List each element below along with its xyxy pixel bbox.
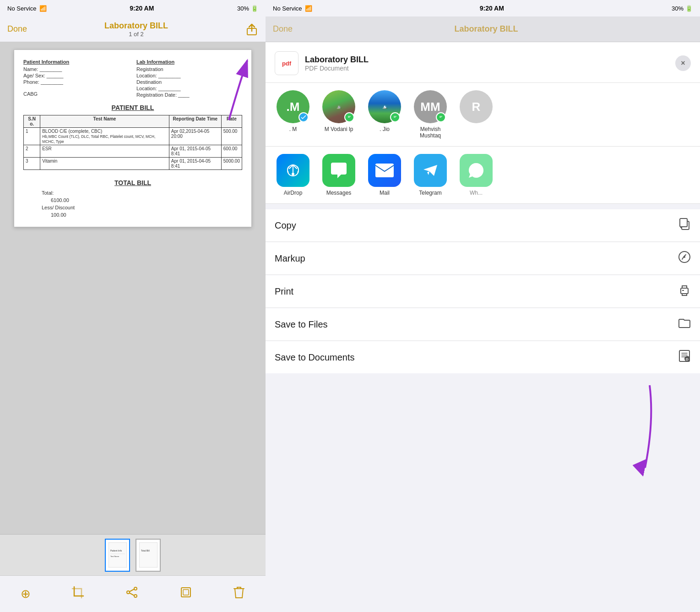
cell-date: Apr 01, 2015-04-05 8:41 [169, 145, 221, 158]
patient-name-line: Name: ________ [23, 66, 129, 72]
markup-action[interactable]: Markup [266, 242, 700, 275]
info-grid: Patient Information Name: ________ Age/ … [23, 59, 242, 98]
print-icon [678, 284, 691, 299]
right-service-text: No Service [273, 5, 302, 12]
app-messages[interactable]: Messages [320, 154, 357, 196]
messages-app-icon [322, 154, 355, 187]
crop-button[interactable] [71, 586, 84, 602]
svg-rect-24 [681, 288, 688, 294]
app-mail[interactable]: Mail [366, 154, 403, 196]
cell-test: ESR [40, 145, 169, 158]
patient-cabg: CABG [23, 91, 129, 97]
whatsapp-label: Wh... [470, 190, 483, 196]
person-vodani[interactable]: ⛰️ M Vodani lp [320, 90, 357, 139]
right-panel: No Service 📶 9:20 AM 30% 🔋 Done Laborato… [266, 0, 700, 612]
svg-point-17 [292, 173, 294, 175]
right-status-left: No Service 📶 [273, 5, 312, 12]
dest-location: Destination [136, 79, 242, 85]
messages-label: Messages [326, 190, 352, 196]
save-to-files-action[interactable]: Save to Files [266, 308, 700, 341]
app-telegram[interactable]: Telegram [412, 154, 449, 196]
print-action[interactable]: Print [266, 275, 700, 308]
share-toolbar-button[interactable] [125, 586, 138, 602]
patient-bill-title: PATIENT BILL [23, 104, 242, 111]
left-status-bar: No Service 📶 9:20 AM 30% 🔋 [0, 0, 266, 16]
right-time: 9:20 AM [480, 5, 504, 12]
thumb-1[interactable]: Patient InfoTest Name [105, 539, 130, 572]
nav-title-block: Laboratory BILL 1 of 2 [104, 21, 168, 38]
done-button[interactable]: Done [7, 24, 27, 34]
table-row: 3 Vitamin Apr 01, 2015-04-05 8:41 5000.0… [24, 158, 242, 170]
right-status-right: 30% 🔋 [672, 5, 693, 12]
left-battery-icon: 🔋 [251, 5, 258, 12]
trash-button[interactable] [233, 586, 245, 602]
person-jio[interactable]: 🏔️ . Jio [366, 90, 403, 139]
right-nav-title: Laboratory BILL [455, 24, 518, 34]
svg-rect-25 [682, 290, 684, 291]
close-share-button[interactable]: × [675, 55, 691, 71]
lab-info-title: Lab Information [136, 59, 242, 65]
cell-sno: 1 [24, 128, 40, 145]
avatar-m-initials: .M [287, 100, 300, 114]
app-airdrop[interactable]: AirDrop [275, 154, 311, 196]
pdf-label: pdf [282, 60, 291, 67]
left-nav-bar: Done Laboratory BILL 1 of 2 [0, 16, 266, 42]
right-battery-text: 30% [672, 5, 684, 12]
copy-icon [678, 218, 691, 233]
left-panel: No Service 📶 9:20 AM 30% 🔋 Done Laborato… [0, 0, 266, 612]
documents-icon: D [678, 350, 691, 365]
reg-location: Registration [136, 66, 242, 72]
whatsapp-app-icon [460, 154, 493, 187]
print-label: Print [275, 286, 293, 297]
mail-app-icon [368, 154, 401, 187]
patient-age-line: Age/ Sex: ______ [23, 73, 129, 78]
person-jio-name: . Jio [380, 126, 390, 132]
col-date: Reporting Date Time [169, 115, 221, 128]
layers-button[interactable] [179, 586, 192, 602]
col-test: Test Name [40, 115, 169, 128]
copy-label: Copy [275, 220, 296, 231]
cell-test: BLOOD C/E (complete, CBC)Hb,WBC Count (T… [40, 128, 169, 145]
people-row: .M . M ⛰️ M Vodani l [266, 83, 700, 147]
patient-phone-line: Phone: ________ [23, 79, 129, 85]
thumbnails-bar: Patient InfoTest Name Total Bill [0, 534, 266, 575]
cell-date: Apr 02,2015-04-05 20:00 [169, 128, 221, 145]
app-whatsapp[interactable]: Wh... [458, 154, 494, 196]
svg-point-9 [127, 591, 130, 594]
table-row: 1 BLOOD C/E (complete, CBC)Hb,WBC Count … [24, 128, 242, 145]
cell-sno: 3 [24, 158, 40, 170]
markup-label: Markup [275, 253, 305, 264]
msg-badge-vodani [344, 112, 354, 122]
airdrop-app-icon [277, 154, 309, 187]
total-amount: 6100.00 [51, 197, 69, 203]
avatar-r-initials: R [472, 100, 481, 114]
person-mehvish[interactable]: MM MehvishMushtaq [412, 90, 449, 139]
save-to-documents-action[interactable]: Save to Documents D [266, 341, 700, 373]
svg-text:Patient Info: Patient Info [110, 549, 122, 552]
copy-action[interactable]: Copy [266, 209, 700, 242]
share-sheet: pdf Laboratory BILL PDF Document × .M [266, 42, 700, 612]
total-label: Total: [42, 190, 54, 196]
cell-rate: 5000.00 [221, 158, 242, 170]
svg-point-8 [134, 587, 137, 590]
thumb-2[interactable]: Total Bill [136, 539, 161, 572]
person-r[interactable]: R [458, 90, 494, 139]
airdrop-label: AirDrop [284, 190, 303, 196]
share-button[interactable] [245, 23, 258, 36]
left-service-text: No Service [7, 5, 37, 12]
mail-label: Mail [380, 190, 390, 196]
total-lines: Total: 6100.00 Less/ Discount 100.00 [23, 190, 242, 218]
lab-info-section: Lab Information Registration Location: _… [136, 59, 242, 98]
patient-info-title: Patient Information [23, 59, 129, 65]
person-m[interactable]: .M . M [275, 90, 311, 139]
svg-text:D: D [686, 357, 689, 361]
person-m-name: . M [289, 126, 297, 132]
action-list: Copy Markup [266, 204, 700, 612]
svg-point-23 [684, 256, 685, 258]
discount-label: Less/ Discount [42, 205, 75, 210]
right-done: Done [273, 24, 293, 34]
pdf-content: Patient Information Name: ________ Age/ … [0, 42, 266, 534]
total-section: TOTAL BILL Total: 6100.00 Less/ Discount… [23, 179, 242, 218]
msg-badge-mehvish [436, 112, 446, 122]
add-button[interactable]: ⊕ [21, 587, 31, 601]
